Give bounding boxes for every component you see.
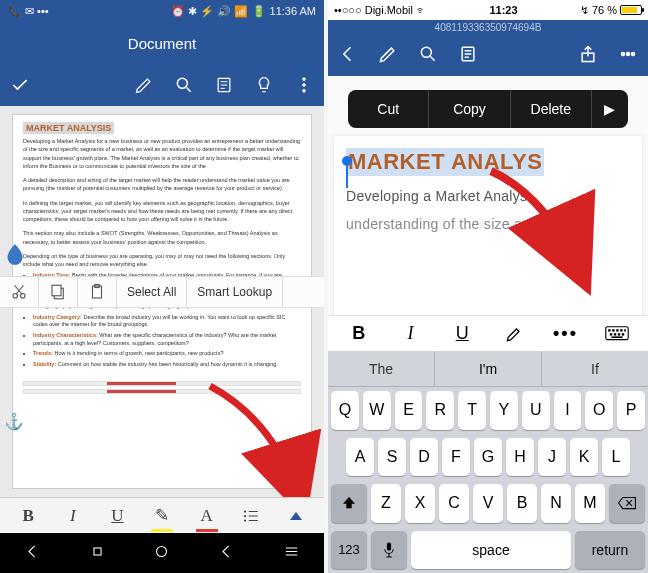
overflow-menu-icon[interactable] bbox=[618, 44, 638, 68]
underline-button[interactable]: U bbox=[439, 320, 485, 348]
expand-format-button[interactable] bbox=[281, 502, 311, 530]
back-icon[interactable] bbox=[338, 44, 358, 68]
ios-format-bar: B I U ••• bbox=[328, 315, 648, 351]
letter-key[interactable]: O bbox=[585, 391, 613, 430]
section-heading[interactable]: MARKET ANALYS bbox=[346, 148, 544, 176]
letter-key[interactable]: T bbox=[458, 391, 486, 430]
share-icon[interactable] bbox=[578, 44, 598, 68]
letter-key[interactable]: U bbox=[522, 391, 550, 430]
section-heading[interactable]: MARKET ANALYSIS bbox=[23, 122, 114, 134]
home-circle-icon[interactable] bbox=[153, 543, 170, 564]
letter-key[interactable]: N bbox=[541, 484, 571, 523]
highlight-button[interactable] bbox=[491, 320, 537, 348]
highlight-button[interactable]: ✎ bbox=[147, 502, 177, 530]
number-mode-key[interactable]: 123 bbox=[331, 531, 367, 570]
font-color-button[interactable]: A bbox=[192, 502, 222, 530]
letter-key[interactable]: K bbox=[570, 438, 598, 477]
read-mode-icon[interactable] bbox=[458, 44, 478, 68]
body-text[interactable]: understanding of the size an bbox=[346, 216, 630, 232]
bold-button[interactable]: B bbox=[13, 502, 43, 530]
letter-key[interactable]: X bbox=[405, 484, 435, 523]
list-item[interactable]: Industry Category: Describe the broad in… bbox=[33, 314, 301, 329]
smart-lookup-button[interactable]: Smart Lookup bbox=[187, 277, 283, 307]
body-text[interactable]: In defining the target market, you will … bbox=[23, 199, 301, 224]
ios-document-area[interactable]: Cut Copy Delete ▶ MARKET ANALYS Developi… bbox=[328, 76, 648, 315]
overflow-menu-icon[interactable] bbox=[294, 75, 314, 95]
letter-key[interactable]: F bbox=[442, 438, 470, 477]
bullet-list-button[interactable] bbox=[236, 502, 266, 530]
letter-key[interactable]: R bbox=[426, 391, 454, 430]
body-text[interactable]: A detailed description and sizing of the… bbox=[23, 176, 301, 193]
document-page[interactable]: MARKET ANALYS Developing a Market Analys… bbox=[334, 136, 642, 315]
prediction[interactable]: If bbox=[542, 351, 648, 386]
letter-key[interactable]: S bbox=[378, 438, 406, 477]
letter-key[interactable]: E bbox=[395, 391, 423, 430]
select-all-button[interactable]: Select All bbox=[117, 277, 187, 307]
list-item[interactable]: Trends: How is it trending in terms of g… bbox=[33, 350, 301, 358]
copy-button[interactable]: Copy bbox=[429, 90, 510, 128]
return-key[interactable]: return bbox=[575, 531, 645, 570]
body-text[interactable]: Developing a Market Analysis for a new b… bbox=[23, 137, 301, 170]
letter-key[interactable]: V bbox=[473, 484, 503, 523]
letter-key[interactable]: M bbox=[575, 484, 605, 523]
letter-key[interactable]: H bbox=[506, 438, 534, 477]
home-icon[interactable] bbox=[89, 543, 106, 564]
selection-handle-icon[interactable] bbox=[6, 244, 24, 266]
more-formatting-button[interactable]: ••• bbox=[543, 320, 589, 348]
pen-icon[interactable] bbox=[134, 75, 154, 95]
letter-key[interactable]: C bbox=[439, 484, 469, 523]
list-item[interactable]: Industry Characteristics: What are the s… bbox=[33, 332, 301, 347]
android-document-area[interactable]: MARKET ANALYSIS Developing a Market Anal… bbox=[0, 106, 324, 497]
svg-point-6 bbox=[21, 294, 26, 299]
selection-handle-icon[interactable] bbox=[346, 162, 348, 188]
lightbulb-icon[interactable] bbox=[254, 75, 274, 95]
italic-button[interactable]: I bbox=[58, 502, 88, 530]
letter-key[interactable]: G bbox=[474, 438, 502, 477]
prediction[interactable]: I'm bbox=[435, 351, 542, 386]
underline-button[interactable]: U bbox=[102, 502, 132, 530]
space-key[interactable]: space bbox=[411, 531, 571, 570]
svg-point-4 bbox=[303, 90, 306, 93]
read-mode-icon[interactable] bbox=[214, 75, 234, 95]
cut-button[interactable] bbox=[0, 277, 39, 307]
search-icon[interactable] bbox=[418, 44, 438, 68]
letter-key[interactable]: I bbox=[554, 391, 582, 430]
svg-rect-28 bbox=[610, 333, 612, 335]
delete-button[interactable]: Delete bbox=[511, 90, 592, 128]
more-actions-button[interactable]: ▶ bbox=[592, 90, 628, 128]
body-text[interactable]: Developing a Market Analys bbox=[346, 188, 630, 204]
body-text[interactable]: This section may also include a SWOT (St… bbox=[23, 229, 301, 246]
svg-point-11 bbox=[244, 510, 246, 512]
letter-key[interactable]: Z bbox=[371, 484, 401, 523]
italic-button[interactable]: I bbox=[388, 320, 434, 348]
letter-key[interactable]: J bbox=[538, 438, 566, 477]
key-row: QWERTYUIOP bbox=[328, 387, 648, 434]
letter-key[interactable]: Y bbox=[490, 391, 518, 430]
letter-key[interactable]: P bbox=[617, 391, 645, 430]
paste-button[interactable] bbox=[78, 277, 117, 307]
keyboard-toggle-button[interactable] bbox=[594, 320, 640, 348]
key-row: ASDFGHJKL bbox=[328, 434, 648, 481]
recents-icon[interactable] bbox=[283, 543, 300, 564]
list-item[interactable]: Stability: Comment on how stable the ind… bbox=[33, 361, 301, 369]
letter-key[interactable]: A bbox=[346, 438, 374, 477]
back-icon[interactable] bbox=[24, 543, 41, 564]
cut-button[interactable]: Cut bbox=[348, 90, 429, 128]
backspace-key[interactable] bbox=[609, 484, 645, 523]
svg-point-20 bbox=[627, 53, 630, 56]
body-text[interactable]: Depending on the type of business you ar… bbox=[23, 252, 301, 269]
shift-key[interactable] bbox=[331, 484, 367, 523]
copy-button[interactable] bbox=[39, 277, 78, 307]
letter-key[interactable]: L bbox=[602, 438, 630, 477]
prediction[interactable]: The bbox=[328, 351, 435, 386]
search-icon[interactable] bbox=[174, 75, 194, 95]
back-alt-icon[interactable] bbox=[218, 543, 235, 564]
pen-icon[interactable] bbox=[378, 44, 398, 68]
letter-key[interactable]: W bbox=[363, 391, 391, 430]
letter-key[interactable]: B bbox=[507, 484, 537, 523]
letter-key[interactable]: D bbox=[410, 438, 438, 477]
dictation-key[interactable] bbox=[371, 531, 407, 570]
letter-key[interactable]: Q bbox=[331, 391, 359, 430]
done-check-icon[interactable] bbox=[10, 75, 30, 95]
bold-button[interactable]: B bbox=[336, 320, 382, 348]
